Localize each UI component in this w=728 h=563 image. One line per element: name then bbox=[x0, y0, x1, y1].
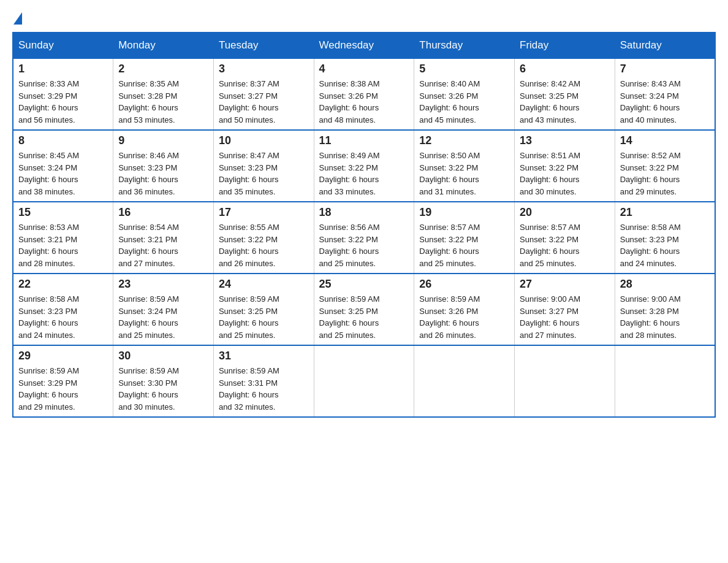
calendar-cell: 3 Sunrise: 8:37 AMSunset: 3:27 PMDayligh… bbox=[213, 58, 314, 130]
calendar-cell: 20 Sunrise: 8:57 AMSunset: 3:22 PMDaylig… bbox=[515, 202, 615, 274]
day-number: 5 bbox=[419, 63, 509, 75]
page-header bbox=[12, 12, 716, 22]
day-number: 10 bbox=[219, 134, 309, 147]
day-info: Sunrise: 8:59 AMSunset: 3:25 PMDaylight:… bbox=[319, 293, 409, 341]
calendar-cell: 30 Sunrise: 8:59 AMSunset: 3:30 PMDaylig… bbox=[113, 345, 214, 417]
day-number: 8 bbox=[18, 134, 108, 147]
calendar-cell: 11 Sunrise: 8:49 AMSunset: 3:22 PMDaylig… bbox=[314, 130, 414, 202]
day-info: Sunrise: 8:33 AMSunset: 3:29 PMDaylight:… bbox=[18, 78, 108, 126]
calendar-cell: 2 Sunrise: 8:35 AMSunset: 3:28 PMDayligh… bbox=[113, 58, 214, 130]
day-info: Sunrise: 8:37 AMSunset: 3:27 PMDaylight:… bbox=[219, 78, 309, 126]
day-number: 11 bbox=[319, 134, 409, 147]
day-info: Sunrise: 8:57 AMSunset: 3:22 PMDaylight:… bbox=[419, 221, 509, 269]
day-info: Sunrise: 8:57 AMSunset: 3:22 PMDaylight:… bbox=[520, 221, 610, 269]
calendar-cell: 5 Sunrise: 8:40 AMSunset: 3:26 PMDayligh… bbox=[414, 58, 515, 130]
calendar-cell: 31 Sunrise: 8:59 AMSunset: 3:31 PMDaylig… bbox=[213, 345, 314, 417]
day-info: Sunrise: 8:40 AMSunset: 3:26 PMDaylight:… bbox=[419, 78, 509, 126]
day-number: 19 bbox=[419, 206, 509, 219]
day-info: Sunrise: 8:59 AMSunset: 3:31 PMDaylight:… bbox=[219, 365, 309, 413]
calendar-cell: 1 Sunrise: 8:33 AMSunset: 3:29 PMDayligh… bbox=[13, 58, 113, 130]
day-number: 24 bbox=[219, 278, 309, 291]
weekday-header-sunday: Sunday bbox=[13, 33, 113, 58]
day-info: Sunrise: 8:42 AMSunset: 3:25 PMDaylight:… bbox=[520, 78, 610, 126]
calendar-cell: 28 Sunrise: 9:00 AMSunset: 3:28 PMDaylig… bbox=[615, 274, 715, 345]
calendar-cell: 25 Sunrise: 8:59 AMSunset: 3:25 PMDaylig… bbox=[314, 274, 414, 345]
calendar-cell: 26 Sunrise: 8:59 AMSunset: 3:26 PMDaylig… bbox=[414, 274, 515, 345]
weekday-header-tuesday: Tuesday bbox=[213, 33, 314, 58]
logo bbox=[12, 12, 22, 25]
calendar-cell: 4 Sunrise: 8:38 AMSunset: 3:26 PMDayligh… bbox=[314, 58, 414, 130]
day-number: 26 bbox=[419, 278, 509, 291]
day-info: Sunrise: 8:55 AMSunset: 3:22 PMDaylight:… bbox=[219, 221, 309, 269]
day-info: Sunrise: 8:58 AMSunset: 3:23 PMDaylight:… bbox=[18, 293, 108, 341]
day-number: 3 bbox=[219, 63, 309, 75]
day-number: 23 bbox=[118, 278, 208, 291]
calendar-cell: 21 Sunrise: 8:58 AMSunset: 3:23 PMDaylig… bbox=[615, 202, 715, 274]
calendar-week-5: 29 Sunrise: 8:59 AMSunset: 3:29 PMDaylig… bbox=[13, 345, 715, 417]
day-info: Sunrise: 8:49 AMSunset: 3:22 PMDaylight:… bbox=[319, 150, 409, 197]
calendar-cell: 23 Sunrise: 8:59 AMSunset: 3:24 PMDaylig… bbox=[113, 274, 214, 345]
day-number: 2 bbox=[118, 63, 208, 75]
calendar-cell bbox=[515, 345, 615, 417]
weekday-header-monday: Monday bbox=[113, 33, 214, 58]
day-info: Sunrise: 8:43 AMSunset: 3:24 PMDaylight:… bbox=[620, 78, 710, 126]
calendar-header: SundayMondayTuesdayWednesdayThursdayFrid… bbox=[13, 33, 715, 58]
day-number: 21 bbox=[620, 206, 710, 219]
day-info: Sunrise: 8:54 AMSunset: 3:21 PMDaylight:… bbox=[118, 221, 208, 269]
calendar-body: 1 Sunrise: 8:33 AMSunset: 3:29 PMDayligh… bbox=[13, 58, 715, 417]
day-number: 28 bbox=[620, 278, 710, 291]
day-info: Sunrise: 8:58 AMSunset: 3:23 PMDaylight:… bbox=[620, 221, 710, 269]
day-number: 22 bbox=[18, 278, 108, 291]
calendar-cell: 13 Sunrise: 8:51 AMSunset: 3:22 PMDaylig… bbox=[515, 130, 615, 202]
calendar-cell: 17 Sunrise: 8:55 AMSunset: 3:22 PMDaylig… bbox=[213, 202, 314, 274]
calendar-cell: 14 Sunrise: 8:52 AMSunset: 3:22 PMDaylig… bbox=[615, 130, 715, 202]
calendar-week-3: 15 Sunrise: 8:53 AMSunset: 3:21 PMDaylig… bbox=[13, 202, 715, 274]
calendar-cell: 6 Sunrise: 8:42 AMSunset: 3:25 PMDayligh… bbox=[515, 58, 615, 130]
day-number: 16 bbox=[118, 206, 208, 219]
day-info: Sunrise: 8:47 AMSunset: 3:23 PMDaylight:… bbox=[219, 150, 309, 197]
weekday-header-thursday: Thursday bbox=[414, 33, 515, 58]
day-info: Sunrise: 8:53 AMSunset: 3:21 PMDaylight:… bbox=[18, 221, 108, 269]
day-number: 13 bbox=[520, 134, 610, 147]
calendar-cell: 9 Sunrise: 8:46 AMSunset: 3:23 PMDayligh… bbox=[113, 130, 214, 202]
calendar-cell: 15 Sunrise: 8:53 AMSunset: 3:21 PMDaylig… bbox=[13, 202, 113, 274]
day-number: 17 bbox=[219, 206, 309, 219]
day-info: Sunrise: 8:45 AMSunset: 3:24 PMDaylight:… bbox=[18, 150, 108, 197]
day-info: Sunrise: 8:46 AMSunset: 3:23 PMDaylight:… bbox=[118, 150, 208, 197]
logo-area bbox=[12, 12, 22, 22]
day-number: 30 bbox=[118, 350, 208, 362]
day-number: 7 bbox=[620, 63, 710, 75]
day-info: Sunrise: 8:59 AMSunset: 3:30 PMDaylight:… bbox=[118, 365, 208, 413]
day-number: 27 bbox=[520, 278, 610, 291]
day-info: Sunrise: 8:52 AMSunset: 3:22 PMDaylight:… bbox=[620, 150, 710, 197]
calendar-cell: 24 Sunrise: 8:59 AMSunset: 3:25 PMDaylig… bbox=[213, 274, 314, 345]
calendar-cell: 8 Sunrise: 8:45 AMSunset: 3:24 PMDayligh… bbox=[13, 130, 113, 202]
calendar-cell: 16 Sunrise: 8:54 AMSunset: 3:21 PMDaylig… bbox=[113, 202, 214, 274]
day-info: Sunrise: 9:00 AMSunset: 3:28 PMDaylight:… bbox=[620, 293, 710, 341]
day-info: Sunrise: 8:59 AMSunset: 3:29 PMDaylight:… bbox=[18, 365, 108, 413]
day-info: Sunrise: 8:56 AMSunset: 3:22 PMDaylight:… bbox=[319, 221, 409, 269]
calendar-cell: 27 Sunrise: 9:00 AMSunset: 3:27 PMDaylig… bbox=[515, 274, 615, 345]
calendar-cell: 19 Sunrise: 8:57 AMSunset: 3:22 PMDaylig… bbox=[414, 202, 515, 274]
calendar-week-2: 8 Sunrise: 8:45 AMSunset: 3:24 PMDayligh… bbox=[13, 130, 715, 202]
calendar-cell: 12 Sunrise: 8:50 AMSunset: 3:22 PMDaylig… bbox=[414, 130, 515, 202]
day-number: 6 bbox=[520, 63, 610, 75]
day-number: 1 bbox=[18, 63, 108, 75]
day-info: Sunrise: 8:59 AMSunset: 3:24 PMDaylight:… bbox=[118, 293, 208, 341]
calendar-cell bbox=[414, 345, 515, 417]
logo-triangle-icon bbox=[13, 12, 22, 25]
calendar-cell: 22 Sunrise: 8:58 AMSunset: 3:23 PMDaylig… bbox=[13, 274, 113, 345]
day-number: 18 bbox=[319, 206, 409, 219]
day-info: Sunrise: 8:59 AMSunset: 3:25 PMDaylight:… bbox=[219, 293, 309, 341]
calendar-cell bbox=[314, 345, 414, 417]
day-info: Sunrise: 8:51 AMSunset: 3:22 PMDaylight:… bbox=[520, 150, 610, 197]
day-number: 29 bbox=[18, 350, 108, 362]
calendar-week-1: 1 Sunrise: 8:33 AMSunset: 3:29 PMDayligh… bbox=[13, 58, 715, 130]
weekday-header-wednesday: Wednesday bbox=[314, 33, 414, 58]
day-number: 4 bbox=[319, 63, 409, 75]
weekday-header-saturday: Saturday bbox=[615, 33, 715, 58]
day-number: 15 bbox=[18, 206, 108, 219]
calendar-cell: 29 Sunrise: 8:59 AMSunset: 3:29 PMDaylig… bbox=[13, 345, 113, 417]
calendar-cell: 18 Sunrise: 8:56 AMSunset: 3:22 PMDaylig… bbox=[314, 202, 414, 274]
calendar-cell bbox=[615, 345, 715, 417]
